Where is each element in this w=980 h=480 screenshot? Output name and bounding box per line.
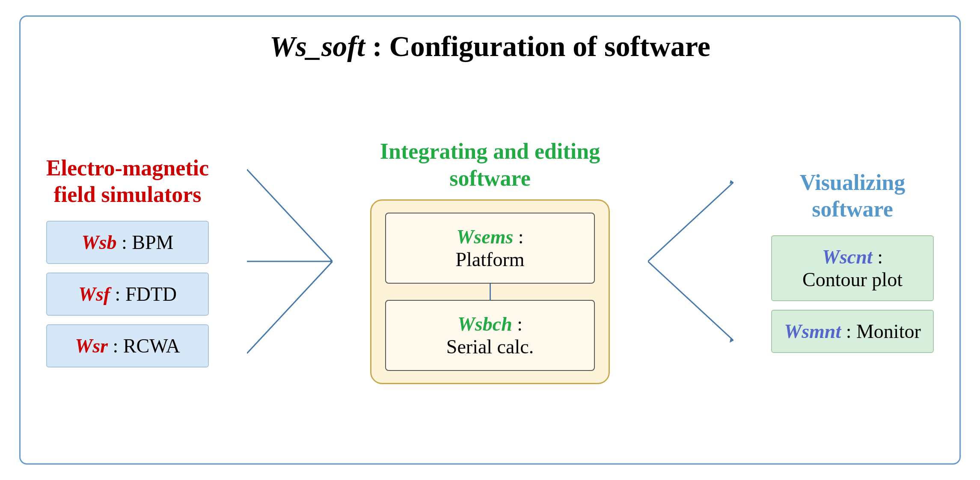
title-ws-soft: Ws_soft [270,30,365,62]
right-arrows [618,122,763,400]
wsems-desc: Platform [394,248,586,271]
title-separator: : Configuration of software [365,30,710,62]
wsr-box: Wsr : RCWA [46,324,209,367]
right-column-header: Visualizingsoftware [800,169,906,223]
mid-vertical-connector [490,284,491,300]
wsf-name: Wsf [78,283,110,305]
middle-outer-box: Wsems : Platform Wsbch : Serial calc. [370,199,610,384]
wscnt-box: Wscnt :Contour plot [771,235,934,301]
content-area: Electro-magneticfield simulators Wsb : B… [38,76,942,446]
wsems-name: Wsems [456,226,513,248]
svg-line-5 [648,261,734,341]
right-column: Visualizingsoftware Wscnt :Contour plot … [763,169,942,353]
left-arrows [217,122,362,400]
wsf-box: Wsf : FDTD [46,273,209,316]
wscnt-name: Wscnt [822,246,873,268]
middle-column-header: Integrating and editingsoftware [380,138,600,192]
left-column-header: Electro-magneticfield simulators [46,155,209,208]
svg-line-0 [247,169,333,261]
svg-marker-3 [330,258,333,264]
left-arrow-svg [247,122,333,400]
wsb-desc: : BPM [122,231,173,253]
svg-line-4 [648,182,734,261]
wsems-colon: : [518,226,524,248]
wsf-desc: : FDTD [115,283,177,305]
svg-line-2 [247,261,333,353]
wsmnt-box: Wsmnt : Monitor [771,310,934,353]
page-title: Ws_soft : Configuration of software [270,30,710,63]
wsb-name: Wsb [82,231,117,253]
main-container: Ws_soft : Configuration of software Elec… [19,15,961,465]
wsr-desc: : RCWA [113,335,180,357]
left-column: Electro-magneticfield simulators Wsb : B… [38,155,217,368]
wsmnt-desc: : Monitor [846,320,921,342]
wsbch-desc: Serial calc. [394,335,586,358]
wsb-box: Wsb : BPM [46,221,209,264]
wsbch-name: Wsbch [457,313,512,335]
wsmnt-name: Wsmnt [784,320,841,342]
middle-column: Integrating and editingsoftware Wsems : … [362,138,618,384]
right-arrow-svg [648,122,734,400]
wsbch-colon: : [517,313,523,335]
wsems-box: Wsems : Platform [385,213,595,284]
wsr-name: Wsr [75,335,108,357]
wsbch-box: Wsbch : Serial calc. [385,300,595,371]
